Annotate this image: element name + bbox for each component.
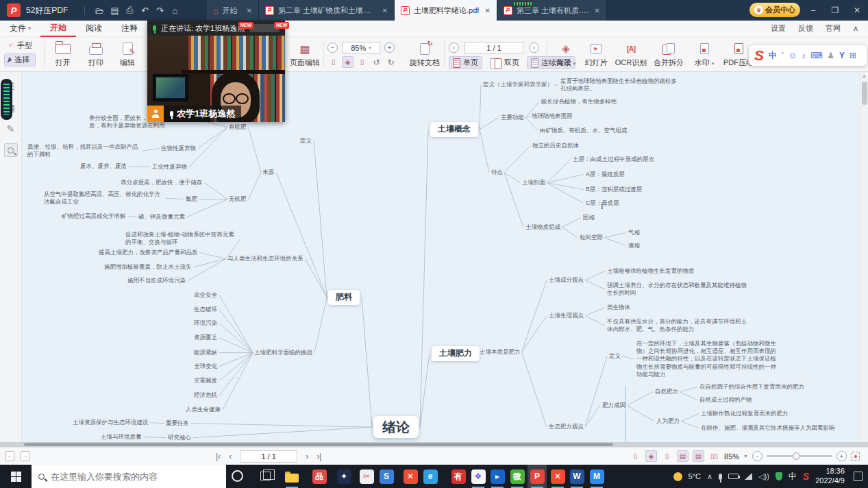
mindmap-node-f-src[interactable]: 来源 — [262, 169, 274, 176]
mindmap-node-c-hist[interactable]: 独立的历史自然体 — [532, 142, 579, 149]
taskbar-app-tri-circles-app[interactable]: ❖ — [469, 465, 488, 488]
taskbar-app-youdao[interactable]: 有 — [449, 465, 468, 488]
mindmap-node-c-gas[interactable]: 气相 — [628, 229, 640, 236]
fullscreen-icon[interactable] — [851, 452, 860, 461]
taskbar-app-navy-app[interactable]: ✦ — [334, 465, 354, 488]
sogou-ime-bar[interactable]: S 中 ’ ☺ ♪ ⌨ ♟ Y ⊞ — [749, 45, 867, 66]
weather-icon[interactable] — [673, 472, 682, 481]
mindmap-node-c-fn2[interactable]: 地球陆地表面层 — [532, 112, 573, 120]
fit-width-icon[interactable]: ▯ — [630, 450, 641, 462]
select-tool-button[interactable]: 选择 — [4, 53, 36, 66]
mindmap-node-ch9[interactable]: 人类生命健康 — [186, 406, 221, 413]
mindmap-node-f-ind[interactable]: 工业性废弃物 — [152, 163, 187, 171]
undo-icon[interactable]: ↶ — [137, 5, 152, 16]
mindmap-node-f-inorg[interactable]: 无机肥 — [229, 195, 247, 203]
mindmap-node-f-r2[interactable]: 提高土壤肥力，改善农产品产量和品质 — [99, 249, 198, 256]
mindmap-node-ch4[interactable]: 资源匮乏 — [194, 334, 217, 341]
taskbar-app-internet-explorer[interactable]: e — [421, 465, 440, 488]
mindmap-node-fertilizer[interactable]: 肥料 — [328, 290, 360, 305]
ime-indicator[interactable]: 中 — [789, 471, 797, 483]
taskbar-app-wechat[interactable]: 微 — [508, 465, 527, 488]
taskbar-app-scissors-app[interactable]: ✂ — [357, 465, 376, 488]
mindmap-node-c-fn3[interactable]: 由矿物质、有机质、水、空气组成 — [540, 127, 628, 134]
single-page-button[interactable]: 单页 — [449, 56, 482, 69]
feedback-link[interactable]: 反馈 — [798, 23, 813, 34]
taskbar-app-red-x-app[interactable]: ✕ — [401, 465, 420, 488]
ime-emoji-icon[interactable]: ☺ — [789, 51, 797, 60]
vertical-scrollbar[interactable]: ▲ — [860, 72, 868, 442]
sogou-tray-icon[interactable]: S — [803, 471, 809, 482]
ime-punctuation-icon[interactable]: ’ — [782, 51, 784, 60]
mindmap-node-ch1[interactable]: 农业安全 — [194, 291, 217, 299]
mindmap-node-f-bio[interactable]: 生物性废弃物 — [161, 145, 196, 152]
mindmap-node-f-n-t[interactable]: 从空气中提取氮经高温、高压、催化的化学方法氨合成工业 — [44, 191, 164, 206]
taskbar-app-file-explorer[interactable] — [282, 465, 301, 488]
ime-user-icon[interactable]: ♟ — [827, 51, 834, 60]
page-number-box[interactable]: 1 / 1 — [464, 42, 523, 53]
rotate-left-icon[interactable]: ↺ — [371, 56, 382, 68]
mindmap-node-f-r1[interactable]: 促进和改善土壤-植物-动物系统中营养元素的平衡、交换与循环 — [125, 231, 238, 246]
mindmap-node-core-t[interactable]: 土壤与环境质量 — [101, 433, 142, 441]
mindmap-node-ch6[interactable]: 全球变化 — [194, 363, 217, 370]
restore-button[interactable]: ❐ — [824, 0, 846, 21]
scroll-up-icon[interactable]: ▲ — [860, 73, 868, 78]
zoom-slider[interactable] — [767, 455, 832, 457]
pdf-canvas[interactable]: 绪论土壤概念肥料土壤肥力定义（土壤学家和农学家）发育于地球陆地表面能生长绿色植物… — [22, 72, 860, 442]
merge-split-button[interactable]: 合并拆分 — [651, 41, 686, 68]
security-shield-icon[interactable] — [776, 472, 782, 480]
temperature[interactable]: 5°C — [689, 472, 701, 480]
search-panel-icon[interactable] — [4, 143, 18, 157]
menu-annotate[interactable]: 注释 — [112, 21, 147, 37]
watermark-button[interactable]: 水印 ▾ — [691, 41, 718, 68]
volume-icon[interactable]: ◁)) — [758, 472, 769, 481]
fit-page-icon[interactable]: ◈ — [342, 56, 354, 68]
clock[interactable]: 18:36 2022/4/9 — [815, 467, 845, 486]
page-edit-button[interactable]: ▦ 页面编辑 — [286, 41, 323, 68]
edit-button[interactable]: 编辑 — [112, 41, 142, 68]
tab-doc-active[interactable]: P 土壤肥料学绪论.pdf ✕ — [395, 0, 497, 21]
tab-home[interactable]: ⌂ 开始 ✕ — [207, 0, 259, 21]
slideshow-button[interactable]: ▶ 幻灯片 — [581, 41, 611, 68]
prev-page-icon[interactable]: ‹ — [229, 452, 232, 461]
mindmap-node-c-liq[interactable]: 液相 — [628, 242, 640, 249]
mindmap-node-c-p0[interactable]: 土层：由成土过程中形成的层次 — [573, 156, 654, 163]
menu-file[interactable]: 文件▾ — [0, 21, 40, 37]
taskbar-app-xmind[interactable]: ✕ — [548, 465, 567, 488]
mindmap-node-f-r4[interactable]: 施用不当造成环境污染 — [127, 277, 186, 284]
mindmap-node-c-pore[interactable]: 粒间空隙 — [580, 234, 603, 241]
collapse-ribbon-icon[interactable]: ∧ — [853, 24, 858, 33]
mindmap-node-c-fn[interactable]: 主要功能 — [501, 114, 524, 121]
mindmap-node-fl-cause[interactable]: 肥力成因 — [602, 402, 625, 409]
home-icon[interactable]: ⌂ — [167, 5, 182, 16]
next-view-icon[interactable]: → — [21, 451, 29, 461]
mindmap-node-root[interactable]: 绪论 — [373, 416, 419, 438]
mindmap-node-fl-pv[interactable]: 土壤生理观点 — [549, 312, 584, 319]
ime-toolbox-icon[interactable]: ⊞ — [850, 51, 856, 60]
open-file-icon[interactable]: 🗁 — [92, 5, 107, 16]
first-page-icon[interactable]: |‹ — [216, 452, 221, 461]
actual-size-icon[interactable]: ▯ — [356, 56, 368, 68]
mindmap-node-fl-c1[interactable]: 土壤能够供给植物生长发育的物质 — [607, 267, 695, 275]
network-icon[interactable] — [745, 473, 752, 480]
page-number-box[interactable]: 1 / 1 — [240, 450, 297, 463]
taskbar-app-tencent-meeting[interactable]: M — [587, 465, 606, 488]
prev-page-icon[interactable]: ‹ — [449, 42, 459, 53]
mindmap-node-fl-man[interactable]: 人为肥力 — [656, 417, 680, 425]
taskbar-app-pdf-reader[interactable]: P — [528, 465, 547, 488]
ime-skin-icon[interactable]: Y — [839, 51, 845, 60]
taskbar-app-blue-s-app[interactable]: S — [377, 465, 396, 488]
tab-close-icon[interactable]: ✕ — [247, 7, 252, 14]
minimize-button[interactable]: – — [802, 0, 824, 21]
fit-width-icon[interactable]: ▯ — [327, 56, 339, 68]
fit-page-icon[interactable]: ◈ — [645, 450, 657, 462]
ocr-button[interactable]: [A] OCR识别 — [613, 41, 649, 68]
zoom-in-icon[interactable]: + — [836, 451, 847, 461]
mic-tray-icon[interactable] — [719, 474, 722, 480]
scrollbar-thumb[interactable] — [24, 443, 613, 446]
mindmap-node-f-inorg-t[interactable]: 养分浓度高，肥效快，便于储存 — [121, 179, 202, 186]
mindmap-node-f-r3[interactable]: 施肥增加植被覆盖，防止水土流失 — [104, 263, 192, 271]
double-page-button[interactable]: 双页 — [486, 57, 523, 69]
mindmap-node-f-pk[interactable]: 磷、钾及微量元素 — [138, 213, 185, 221]
mindmap-node-fl-p1[interactable]: 类生物体 — [607, 304, 630, 311]
continuous-icon[interactable]: ▤ — [693, 450, 704, 462]
